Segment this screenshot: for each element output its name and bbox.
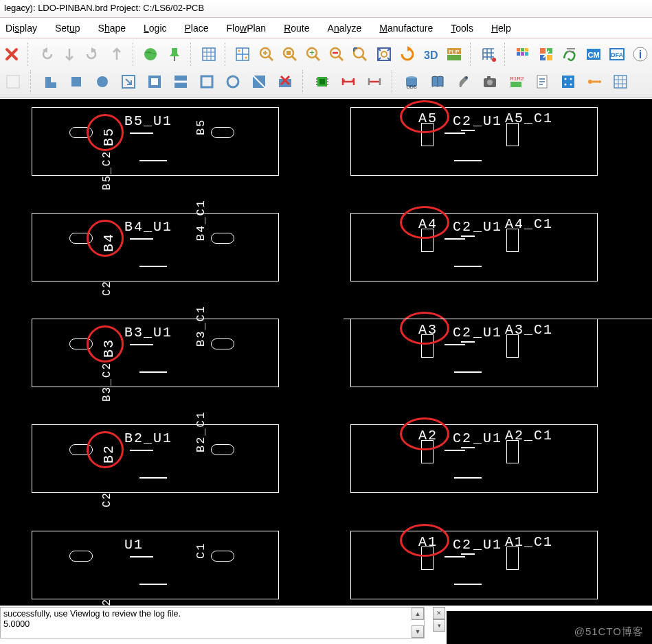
svg-text:ODB: ODB	[406, 84, 417, 89]
menu-place[interactable]: Place	[181, 21, 213, 35]
tool-dfa[interactable]: DFA	[607, 43, 627, 66]
svg-rect-8	[286, 51, 291, 55]
tool-hmeasure[interactable]	[363, 70, 386, 93]
tool-grid2[interactable]	[232, 43, 253, 66]
status-line-1: successfully, use Viewlog to review the …	[3, 609, 421, 619]
tool-threeD[interactable]: 3D	[420, 43, 441, 66]
ref-text: A2_C1	[505, 428, 553, 444]
tool-zoom-fit[interactable]	[280, 43, 300, 66]
tool-swirl-green[interactable]	[559, 43, 580, 66]
ref-text: A3_C1	[505, 322, 553, 338]
tool-grid-blue1[interactable]	[478, 43, 499, 66]
tool-shape-trace[interactable]	[247, 70, 271, 93]
tool-shape-del[interactable]	[273, 70, 297, 93]
svg-rect-36	[7, 76, 19, 88]
status-line-2: 5.0000	[3, 619, 421, 630]
tool-shape-l[interactable]	[38, 70, 62, 93]
menu-shape[interactable]: Shape	[94, 21, 131, 35]
pcb-canvas[interactable]: B5B5_U1B5B5_C2B4B4_U1B4_C1C2B3B3_U1B3_C1…	[0, 99, 652, 606]
tool-zoom-plus[interactable]: +	[303, 43, 324, 66]
ref-text: B4	[101, 233, 117, 252]
menu-display[interactable]: Display	[1, 21, 41, 35]
menu-flowplan[interactable]: FlowPlan	[223, 21, 271, 35]
board-blank4[interactable]: U1C1C2	[32, 531, 279, 599]
svg-text:3D: 3D	[424, 49, 438, 61]
tool-world-green[interactable]	[140, 43, 161, 66]
menu-tools[interactable]: Tools	[447, 21, 477, 35]
board-A2[interactable]: A2C2_U1A2_C1	[350, 424, 598, 493]
tool-undo2[interactable]	[59, 43, 80, 66]
tool-odb[interactable]: ODB	[400, 70, 423, 93]
tool-shape-sq[interactable]	[65, 70, 88, 93]
tool-matrix[interactable]	[609, 70, 632, 93]
tool-grid1[interactable]	[198, 43, 218, 66]
svg-point-64	[598, 80, 601, 83]
close-panel-button[interactable]: ✕	[433, 607, 445, 619]
scroll-up-button[interactable]: ▲	[412, 608, 424, 620]
tool-cm[interactable]: CM	[583, 43, 604, 66]
tool-zoom-sel[interactable]	[350, 43, 370, 66]
svg-rect-25	[525, 52, 528, 56]
tool-refresh-orange[interactable]	[397, 43, 418, 66]
tool-shape-round[interactable]	[221, 70, 245, 93]
tool-pin-green[interactable]	[164, 43, 185, 66]
menu-setup[interactable]: Setup	[51, 21, 85, 35]
tool-shape-rect[interactable]	[195, 70, 218, 93]
board-B2[interactable]: B2B2_U1B2_C1C2	[32, 424, 279, 493]
menu-help[interactable]: Help	[487, 21, 515, 35]
menu-logic[interactable]: Logic	[139, 21, 170, 35]
ref-text: U1	[124, 537, 144, 553]
ref-text: B2	[101, 444, 117, 463]
tool-redo1[interactable]	[82, 43, 103, 66]
tool-trace-yellow[interactable]	[583, 70, 606, 93]
tool-zoom-in[interactable]	[256, 43, 277, 66]
tool-zoom-minus[interactable]	[326, 43, 347, 66]
tool-layers-colors[interactable]	[513, 43, 533, 66]
ref-text: C2	[453, 219, 472, 235]
menu-manufacture[interactable]: Manufacture	[375, 21, 437, 35]
svg-rect-56	[510, 82, 521, 87]
tool-layers-swap[interactable]	[536, 43, 557, 66]
tool-camera[interactable]	[478, 70, 502, 93]
svg-rect-58	[562, 76, 574, 88]
tool-redo2[interactable]	[106, 43, 126, 66]
ref-text: A1	[418, 534, 438, 550]
tool-delete[interactable]	[1, 43, 22, 66]
svg-rect-29	[547, 55, 552, 60]
tool-flip[interactable]: FLIP	[444, 43, 464, 66]
board-A4[interactable]: A4C2_U1A4_C1	[350, 213, 598, 281]
board-B5[interactable]: B5B5_U1B5B5_C2	[32, 107, 279, 176]
menu-route[interactable]: Route	[280, 21, 313, 35]
tool-tool-blank[interactable]	[1, 70, 25, 93]
tool-glyph-tool[interactable]	[452, 70, 475, 93]
ref-text: A1_C1	[505, 534, 553, 550]
ref-text: A4	[418, 216, 438, 232]
board-A1[interactable]: A1C2_U1A1_C1	[350, 531, 598, 599]
tool-chip-green[interactable]	[311, 70, 334, 93]
tool-shape-poly1[interactable]	[143, 70, 166, 93]
board-B3[interactable]: B3B3_U1B3_C1B3_C2	[32, 319, 279, 387]
tool-undo1[interactable]	[36, 43, 56, 66]
ref-text: C2	[101, 280, 113, 296]
svg-rect-23	[517, 52, 520, 56]
tool-shape-circ[interactable]	[91, 70, 114, 93]
svg-point-38	[97, 76, 108, 87]
board-A3[interactable]: A3C2_U1A3_C1	[350, 319, 598, 387]
svg-point-53	[487, 80, 493, 85]
tool-pattern-blue[interactable]	[557, 70, 580, 93]
board-A5[interactable]: A5C2_U1A5_C1	[350, 107, 598, 176]
tool-info[interactable]: i	[630, 43, 651, 66]
tool-hmeasure-red[interactable]	[337, 70, 360, 93]
menu-analyze[interactable]: Analyze	[324, 21, 366, 35]
tool-doc[interactable]	[530, 70, 554, 93]
tool-rr-comp[interactable]: R1R2	[504, 70, 528, 93]
scroll-down-button[interactable]: ▼	[412, 625, 424, 638]
tool-zoom-ext[interactable]	[374, 43, 394, 66]
ref-text: C2	[101, 598, 113, 606]
board-B4[interactable]: B4B4_U1B4_C1C2	[32, 213, 279, 281]
tool-book[interactable]	[426, 70, 449, 93]
tool-shape-arrow[interactable]	[117, 70, 140, 93]
dropdown-panel-button[interactable]: ▾	[433, 619, 445, 632]
ref-text: B2_C1	[194, 411, 207, 452]
tool-shape-poly2[interactable]	[169, 70, 192, 93]
